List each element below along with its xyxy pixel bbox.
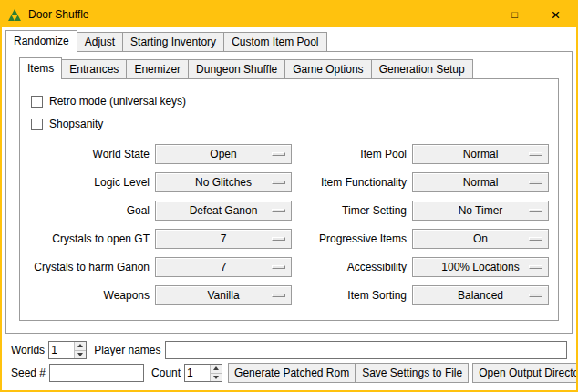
crystals-harm-ganon-dropdown[interactable]: 7 <box>155 257 292 277</box>
worlds-row: Worlds Player names <box>11 341 567 359</box>
goal-label: Goal <box>29 204 150 217</box>
seed-input[interactable] <box>49 364 144 382</box>
generate-patched-rom-button[interactable]: Generate Patched Rom <box>228 363 356 383</box>
count-input[interactable] <box>185 365 210 381</box>
count-spinbox <box>184 364 222 382</box>
world-state-dropdown[interactable]: Open <box>155 144 292 164</box>
progressive-items-label: Progressive Items <box>297 232 407 245</box>
tab-enemizer[interactable]: Enemizer <box>126 59 189 78</box>
arrow-up-icon <box>77 344 83 347</box>
tab-entrances[interactable]: Entrances <box>61 59 127 78</box>
crystals-open-gt-value: 7 <box>221 232 227 245</box>
timer-setting-value: No Timer <box>459 204 503 217</box>
crystals-harm-ganon-value: 7 <box>221 261 227 273</box>
dropdown-indicator-icon <box>272 209 285 212</box>
worlds-spinbox <box>48 341 87 359</box>
retro-mode-checkbox[interactable] <box>31 96 43 108</box>
open-output-directory-button[interactable]: Open Output Directory <box>472 363 576 383</box>
tab-game-options[interactable]: Game Options <box>284 59 371 78</box>
world-state-value: Open <box>210 148 236 160</box>
randomize-tab-pane: Items Entrances Enemizer Dungeon Shuffle… <box>5 52 573 334</box>
shopsanity-label: Shopsanity <box>49 118 103 130</box>
weapons-label: Weapons <box>29 289 150 302</box>
worlds-spin-buttons <box>74 342 86 358</box>
dropdown-indicator-icon <box>272 237 285 241</box>
goal-value: Defeat Ganon <box>190 204 258 217</box>
seed-row: Seed # Count Generate Patched Rom Save S… <box>11 363 567 383</box>
worlds-spin-down-button[interactable] <box>75 350 86 359</box>
arrow-down-icon <box>213 376 219 379</box>
maximize-icon: □ <box>511 10 518 20</box>
close-icon: × <box>552 7 561 23</box>
shopsanity-row: Shopsanity <box>31 116 549 132</box>
worlds-input[interactable] <box>49 342 74 358</box>
app-icon <box>7 7 22 22</box>
shopsanity-checkbox[interactable] <box>31 119 43 130</box>
logic-level-label: Logic Level <box>29 176 150 189</box>
retro-mode-label: Retro mode (universal keys) <box>49 95 186 108</box>
minimize-button[interactable]: – <box>453 2 494 27</box>
tab-dungeon-shuffle[interactable]: Dungeon Shuffle <box>188 59 285 78</box>
tab-starting-inventory[interactable]: Starting Inventory <box>122 32 224 51</box>
count-spin-up-button[interactable] <box>211 365 222 373</box>
accessibility-dropdown[interactable]: 100% Locations <box>412 257 549 277</box>
crystals-harm-ganon-label: Crystals to harm Ganon <box>29 261 150 273</box>
inner-tab-bar: Items Entrances Enemizer Dungeon Shuffle… <box>19 57 559 79</box>
save-settings-button[interactable]: Save Settings to File <box>356 363 469 383</box>
dropdown-indicator-icon <box>272 265 285 269</box>
worlds-label: Worlds <box>11 344 45 356</box>
weapons-value: Vanilla <box>207 289 239 302</box>
arrow-down-icon <box>77 353 83 356</box>
retro-mode-row: Retro mode (universal keys) <box>31 93 549 109</box>
window-controls: – □ × <box>453 2 576 27</box>
tab-custom-item-pool[interactable]: Custom Item Pool <box>223 32 326 51</box>
item-pool-dropdown[interactable]: Normal <box>412 144 549 164</box>
bottom-controls: Worlds Player names Seed # Count <box>5 334 573 390</box>
items-tab-pane: Retro mode (universal keys) Shopsanity W… <box>19 79 559 321</box>
count-spin-down-button[interactable] <box>211 373 222 382</box>
goal-dropdown[interactable]: Defeat Ganon <box>155 201 292 221</box>
main-area: Randomize Adjust Starting Inventory Cust… <box>2 27 576 390</box>
timer-setting-dropdown[interactable]: No Timer <box>412 201 549 221</box>
weapons-dropdown[interactable]: Vanilla <box>155 285 292 305</box>
tab-generation-setup[interactable]: Generation Setup <box>371 59 473 78</box>
timer-setting-label: Timer Setting <box>297 204 407 217</box>
item-pool-value: Normal <box>463 148 499 160</box>
dropdown-indicator-icon <box>529 265 542 269</box>
dropdown-indicator-icon <box>272 181 285 184</box>
dropdown-indicator-icon <box>529 152 542 156</box>
progressive-items-value: On <box>473 232 488 245</box>
worlds-spin-up-button[interactable] <box>75 342 86 350</box>
item-sorting-label: Item Sorting <box>297 289 407 302</box>
crystals-open-gt-dropdown[interactable]: 7 <box>155 229 292 249</box>
player-names-input[interactable] <box>165 341 568 359</box>
dropdown-indicator-icon <box>529 237 542 241</box>
tab-randomize[interactable]: Randomize <box>5 30 77 52</box>
item-functionality-value: Normal <box>463 176 499 189</box>
item-sorting-value: Balanced <box>458 289 503 302</box>
window-title: Door Shuffle <box>28 8 89 21</box>
accessibility-value: 100% Locations <box>441 261 519 273</box>
seed-label: Seed # <box>11 366 46 379</box>
maximize-button[interactable]: □ <box>494 2 535 27</box>
logic-level-dropdown[interactable]: No Glitches <box>155 172 292 192</box>
progressive-items-dropdown[interactable]: On <box>412 229 549 249</box>
tab-items[interactable]: Items <box>19 57 62 79</box>
dropdown-indicator-icon <box>272 294 285 297</box>
count-label: Count <box>151 366 181 379</box>
dropdown-indicator-icon <box>529 209 542 212</box>
outer-tab-bar: Randomize Adjust Starting Inventory Cust… <box>5 30 573 52</box>
item-functionality-dropdown[interactable]: Normal <box>412 172 549 192</box>
player-names-label: Player names <box>94 344 160 356</box>
dropdown-indicator-icon <box>272 152 285 156</box>
item-functionality-label: Item Functionality <box>297 176 407 189</box>
world-state-label: World State <box>29 148 150 160</box>
logic-level-value: No Glitches <box>195 176 252 189</box>
options-grid: World State Open Item Pool Normal Logic … <box>29 144 549 305</box>
titlebar[interactable]: Door Shuffle – □ × <box>2 2 576 27</box>
dropdown-indicator-icon <box>529 181 542 184</box>
item-sorting-dropdown[interactable]: Balanced <box>412 285 549 305</box>
tab-adjust[interactable]: Adjust <box>77 32 123 51</box>
minimize-icon: – <box>470 9 477 20</box>
close-button[interactable]: × <box>535 2 576 27</box>
